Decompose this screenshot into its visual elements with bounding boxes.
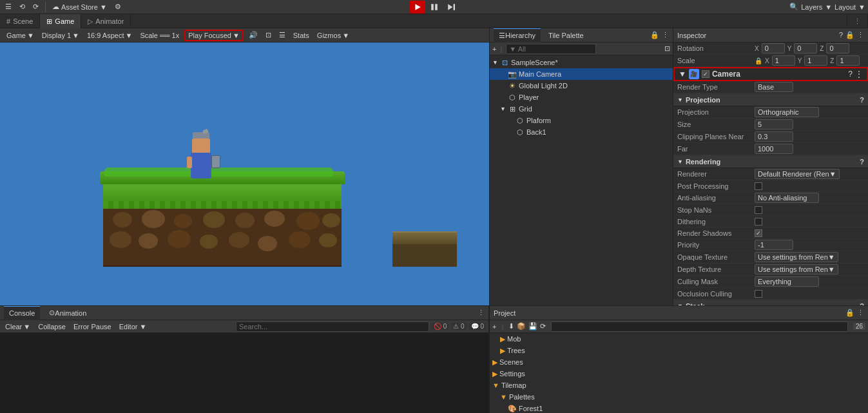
priority-value[interactable]: -1 [755,240,793,250]
layout-dropdown[interactable]: ▼ [858,3,865,11]
hierarchy-item-player[interactable]: ⬡ Player [490,91,673,103]
scale-control[interactable]: Scale ══ 1x [137,30,182,41]
menu-button[interactable]: ☰ [3,1,14,14]
redo-button[interactable]: ⟳ [30,1,41,14]
project-item-tilemap[interactable]: ▼ Tilemap [490,379,868,391]
rendering-section[interactable]: ▼ Rendering ? [673,155,868,168]
stop-nans-checkbox[interactable] [755,206,762,214]
stats-button[interactable]: Stats [291,30,312,41]
mute-button[interactable]: 🔊 [246,30,260,41]
render-type-value[interactable]: Base [755,82,793,92]
play-button[interactable] [410,1,425,14]
projection-row: Projection Orthographic [673,106,868,119]
top-panels: ☰ Hierarchy Tile Palette 🔒 ⋮ + | ⊡ [490,28,868,305]
collapse-button[interactable]: Collapse [35,321,68,332]
clipping-near-value[interactable]: 0.3 [755,131,793,142]
proj-help-icon[interactable]: ? [860,96,864,104]
maximize-button[interactable]: ⊡ [263,30,274,41]
hierarchy-item-platform[interactable]: ⬡ Plaform [490,115,673,126]
tab-game[interactable]: ⊞ Game [40,14,81,28]
save-project-button[interactable]: 💾 [528,322,537,331]
depth-texture-value[interactable]: Use settings from Ren▼ [755,264,838,274]
error-pause-button[interactable]: Error Pause [71,321,114,332]
tab-tile-palette[interactable]: Tile Palette [543,28,589,43]
culling-mask-value[interactable]: Everything [755,276,819,287]
size-value[interactable]: 5 [755,119,793,130]
camera-enabled-checkbox[interactable]: ✓ [702,70,709,78]
projection-value[interactable]: Orthographic [755,107,819,117]
more-options-button[interactable]: ⋮ [847,14,868,28]
project-item-palettes[interactable]: ▼ Palettes [490,391,868,403]
hierarchy-item-grid[interactable]: ▼ ⊞ Grid [490,103,673,115]
ry-value[interactable]: 0 [794,43,817,53]
step-button[interactable] [443,1,459,14]
top-toolbar: ☰ ⟲ ⟳ ☁ Asset Store ▼ ⚙ 🔍 Layers ▼ Layou… [0,0,868,14]
sx-value[interactable]: 1 [772,55,795,66]
project-item-mob[interactable]: ▶ Mob [490,333,868,345]
aspect-dropdown[interactable]: 16:9 Aspect ▼ [84,30,135,41]
hierarchy-more-icon[interactable]: ⋮ [662,31,669,39]
dithering-checkbox[interactable] [755,218,762,226]
render-shadows-checkbox[interactable]: ✓ [755,229,762,237]
post-proc-checkbox[interactable] [755,182,762,190]
opaque-texture-value[interactable]: Use settings from Ren▼ [755,252,838,262]
project-more-icon[interactable]: ⋮ [857,309,864,317]
tab-hierarchy[interactable]: ☰ Hierarchy [494,28,541,43]
projection-section[interactable]: ▼ Projection ? [673,93,868,106]
refresh-button[interactable]: ⟳ [540,322,546,331]
sy-value[interactable]: 1 [804,55,827,66]
console-options[interactable]: ⋮ [477,309,485,317]
game-display-dropdown[interactable]: Game ▼ [4,30,37,41]
rx-value[interactable]: 0 [762,43,785,53]
sz-value[interactable]: 1 [836,55,860,66]
hierarchy-search[interactable] [506,44,596,54]
hierarchy-item-back1[interactable]: ⬡ Back1 [490,126,673,138]
inspector-options: ? 🔒 ⋮ [839,31,864,39]
display-dropdown[interactable]: Display 1 ▼ [39,30,82,41]
clipping-far-value[interactable]: 1000 [755,144,793,154]
console-search[interactable] [236,322,429,332]
tab-animation[interactable]: ⊙ Animation [44,306,92,320]
settings-button[interactable]: ⚙ [112,1,124,14]
project-item-forest1[interactable]: 🎨 Forest1 [490,403,868,413]
hierarchy-item-globallight[interactable]: ☀ Global Light 2D [490,80,673,91]
render-help-icon[interactable]: ? [860,158,864,166]
project-item-scenes[interactable]: ▶ Scenes [490,356,868,368]
renderer-value[interactable]: Default Renderer (Ren▼ [755,169,840,179]
pause-button[interactable] [427,1,442,14]
add-project-button[interactable]: + [492,323,496,331]
asset-store-button[interactable]: ☁ Asset Store ▼ [50,1,110,14]
import-package-button[interactable]: 📦 [517,322,526,331]
tab-scene[interactable]: # Scene [0,14,40,28]
project-search[interactable] [551,322,848,332]
add-hierarchy-button[interactable]: + [492,45,496,53]
hierarchy-collapse-icon[interactable]: ⊡ [664,44,670,53]
layout-label: Layout [834,3,856,11]
occlusion-culling-checkbox[interactable] [755,290,762,298]
inspector-more-icon[interactable]: ⋮ [857,31,864,39]
inspector-lock-icon[interactable]: 🔒 [845,31,854,39]
project-item-trees[interactable]: ▶ Trees [490,345,868,356]
editor-dropdown[interactable]: Editor ▼ [117,321,149,332]
rz-value[interactable]: 0 [826,43,849,53]
camera-help-icon[interactable]: ? [848,70,853,79]
inspector-help-icon[interactable]: ? [839,31,843,39]
tab-animator[interactable]: ▷ Animator [81,14,131,28]
stack-section[interactable]: ▼ Stack ? [673,300,868,305]
vsync-button[interactable]: ☰ [276,30,288,41]
hierarchy-lock-icon[interactable]: 🔒 [650,31,659,39]
camera-more-icon[interactable]: ⋮ [855,70,863,79]
project-lock-icon[interactable]: 🔒 [845,309,854,317]
play-focused-dropdown[interactable]: Play Focused ▼ [184,30,244,41]
tab-console[interactable]: Console [4,306,40,320]
hierarchy-item-samplescene[interactable]: ▼ ⊡ SampleScene* [490,57,673,68]
gizmos-button[interactable]: Gizmos ▼ [314,30,352,41]
import-button[interactable]: ⬇ [508,322,514,331]
layers-dropdown[interactable]: ▼ [825,3,832,11]
clear-button[interactable]: Clear ▼ [3,321,33,332]
project-item-settings[interactable]: ▶ Settings [490,368,868,379]
undo-button[interactable]: ⟲ [17,1,28,14]
hierarchy-item-maincamera[interactable]: 📷 Main Camera [490,68,673,80]
camera-component-header[interactable]: ▼ 🎥 ✓ Camera ? ⋮ [673,67,868,81]
aa-value[interactable]: No Anti-aliasing [755,193,819,203]
